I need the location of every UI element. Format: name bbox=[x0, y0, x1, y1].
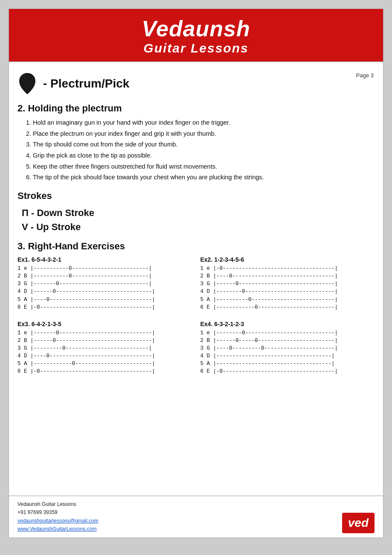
footer-phone: +91 97699 39359 bbox=[17, 508, 99, 517]
exercise-2: Ex2. 1-2-3-4-5-6 1 e |-0----------------… bbox=[200, 256, 371, 311]
header: Vedaunsh Guitar Lessons bbox=[9, 9, 383, 61]
footer: Vedaunsh Guitar Lessons +91 97699 39359 … bbox=[9, 496, 383, 537]
exercise-3-title: Ex3. 6-4-2-1-3-5 bbox=[17, 321, 188, 327]
strokes-heading: Strokes bbox=[17, 190, 370, 202]
exercise-4: Ex4. 6-3-2-1-2-3 1 e |--------0---------… bbox=[200, 321, 371, 376]
pick-section-header: - Plectrum/Pick bbox=[17, 72, 370, 95]
exercise-4-title: Ex4. 6-3-2-1-2-3 bbox=[200, 321, 371, 327]
instruction-list: Hold an imaginary gun in your hand with … bbox=[33, 117, 370, 183]
page-number: Page 3 bbox=[356, 72, 374, 79]
footer-email: vedaunshguitarlessons@gmail.com bbox=[17, 517, 99, 525]
holding-heading: 2. Holding the plectrum bbox=[17, 103, 370, 114]
footer-website-link[interactable]: www.VedaunshGuitarLessons.com bbox=[17, 526, 96, 532]
guitar-pick-icon bbox=[17, 72, 37, 95]
exercise-2-tab: 1 e |-0---------------------------------… bbox=[200, 265, 371, 311]
instruction-item-6: The tip of the pick should face towards … bbox=[33, 172, 370, 183]
exercise-1: Ex1. 6-5-4-3-2-1 1 e |-----------0------… bbox=[17, 256, 188, 311]
instruction-item-1: Hold an imaginary gun in your hand with … bbox=[33, 117, 370, 128]
page: Vedaunsh Guitar Lessons Page 3 - Plectru… bbox=[9, 9, 383, 538]
exercise-2-title: Ex2. 1-2-3-4-5-6 bbox=[200, 256, 371, 263]
exercise-4-tab: 1 e |--------0--------------------------… bbox=[200, 329, 371, 376]
footer-company: Vedaunsh Guitar Lessons bbox=[17, 500, 99, 508]
down-stroke-label: Π - Down Stroke bbox=[22, 206, 370, 220]
brand-subtitle: Guitar Lessons bbox=[17, 41, 375, 56]
instruction-item-5: Keep the other three fingers outstretche… bbox=[33, 161, 370, 172]
footer-email-link[interactable]: vedaunshguitarlessons@gmail.com bbox=[17, 518, 99, 524]
exercise-3: Ex3. 6-4-2-1-3-5 1 e |-------0----------… bbox=[17, 321, 188, 376]
up-stroke-label: V - Up Stroke bbox=[22, 220, 370, 234]
footer-info: Vedaunsh Guitar Lessons +91 97699 39359 … bbox=[17, 500, 99, 533]
section-main-title: - Plectrum/Pick bbox=[43, 77, 129, 91]
brand-title: Vedaunsh bbox=[17, 17, 375, 41]
exercise-1-title: Ex1. 6-5-4-3-2-1 bbox=[17, 256, 188, 263]
exercises-heading: 3. Right-Hand Exercises bbox=[17, 241, 370, 252]
footer-logo: ved bbox=[342, 513, 375, 533]
strokes-block: Π - Down Stroke V - Up Stroke bbox=[22, 206, 370, 234]
exercises-grid: Ex1. 6-5-4-3-2-1 1 e |-----------0------… bbox=[17, 256, 370, 378]
instruction-item-3: The tip should come out from the side of… bbox=[33, 139, 370, 150]
instruction-item-2: Place the plectrum on your index finger … bbox=[33, 129, 370, 139]
footer-website: www.VedaunshGuitarLessons.com bbox=[17, 525, 99, 533]
main-content: - Plectrum/Pick 2. Holding the plectrum … bbox=[9, 62, 383, 496]
instruction-item-4: Grip the pick as close to the tip as pos… bbox=[33, 150, 370, 161]
exercise-3-tab: 1 e |-------0---------------------------… bbox=[17, 329, 188, 376]
exercise-1-tab: 1 e |-----------0-----------------------… bbox=[17, 265, 188, 311]
